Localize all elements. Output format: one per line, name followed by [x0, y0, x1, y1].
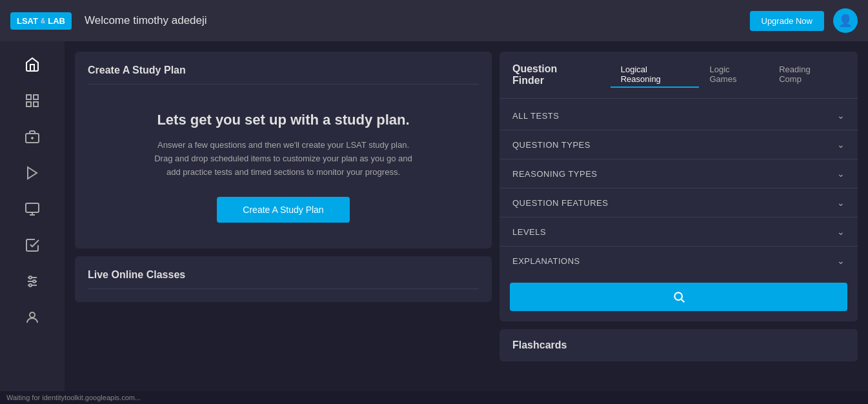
svg-rect-2 — [26, 102, 31, 106]
left-panel: Create A Study Plan Lets get you set up … — [75, 52, 492, 381]
flashcards-title: Flashcards — [512, 339, 845, 351]
svg-point-18 — [674, 292, 682, 300]
filter-levels[interactable]: LEVELS ⌄ — [500, 217, 858, 247]
filter-explanations-label: EXPLANATIONS — [512, 256, 580, 266]
tab-logic-games[interactable]: Logic Games — [699, 62, 769, 88]
logo-separator: & — [41, 17, 45, 25]
filter-explanations[interactable]: EXPLANATIONS ⌄ — [500, 247, 858, 275]
chevron-down-icon: ⌄ — [837, 168, 845, 179]
logo-lab: LAB — [48, 16, 65, 26]
svg-point-17 — [30, 312, 35, 318]
logo-lsat: LSAT — [17, 16, 38, 26]
sidebar-item-checklist[interactable] — [13, 228, 52, 262]
filter-question-types[interactable]: QUESTION TYPES ⌄ — [500, 130, 858, 159]
study-plan-title: Create A Study Plan — [88, 65, 479, 85]
status-bar: Waiting for identitytoolkit.googleapis.c… — [0, 391, 868, 404]
question-finder-filters: ALL TESTS ⌄ QUESTION TYPES ⌄ REASONING T… — [500, 99, 858, 278]
filter-reasoning-types[interactable]: REASONING TYPES ⌄ — [500, 159, 858, 188]
question-finder-card: Question Finder Logical Reasoning Logic … — [500, 52, 858, 321]
chevron-down-icon: ⌄ — [837, 256, 845, 266]
tab-logical-reasoning[interactable]: Logical Reasoning — [611, 62, 700, 88]
filter-question-types-label: QUESTION TYPES — [512, 140, 590, 150]
question-finder-header: Question Finder Logical Reasoning Logic … — [500, 52, 858, 99]
filter-question-features-label: QUESTION FEATURES — [512, 198, 608, 208]
sidebar-item-home[interactable] — [13, 48, 52, 81]
svg-rect-1 — [34, 95, 38, 99]
svg-point-15 — [33, 280, 35, 283]
svg-point-14 — [29, 276, 32, 279]
logo[interactable]: LSAT & LAB — [10, 12, 72, 30]
study-plan-card: Create A Study Plan Lets get you set up … — [75, 52, 492, 248]
svg-marker-7 — [28, 167, 37, 179]
live-classes-title: Live Online Classes — [88, 269, 479, 289]
study-plan-headline: Lets get you set up with a study plan. — [157, 112, 409, 128]
filter-all-tests-label: ALL TESTS — [512, 111, 559, 121]
flashcards-card: Flashcards — [500, 329, 858, 361]
question-finder-title: Question Finder — [512, 63, 591, 86]
main-layout: Create A Study Plan Lets get you set up … — [0, 41, 868, 391]
svg-rect-3 — [34, 102, 38, 106]
filter-reasoning-types-label: REASONING TYPES — [512, 169, 598, 179]
study-plan-body: Lets get you set up with a study plan. A… — [88, 92, 479, 236]
sidebar-item-tests[interactable] — [13, 84, 52, 117]
search-button[interactable] — [510, 283, 847, 311]
header: LSAT & LAB Welcome timothy adedeji Upgra… — [0, 0, 868, 41]
create-study-plan-button[interactable]: Create A Study Plan — [217, 197, 349, 223]
study-plan-description: Answer a few questions and then we'll cr… — [148, 139, 419, 179]
filter-levels-label: LEVELS — [512, 227, 546, 237]
sidebar-item-settings[interactable] — [13, 265, 52, 298]
sidebar-item-monitor[interactable] — [13, 192, 52, 226]
chevron-down-icon: ⌄ — [837, 227, 845, 237]
filter-question-features[interactable]: QUESTION FEATURES ⌄ — [500, 188, 858, 217]
chevron-down-icon: ⌄ — [837, 110, 845, 121]
sidebar-item-play[interactable] — [13, 156, 52, 190]
svg-line-19 — [681, 299, 684, 303]
chevron-down-icon: ⌄ — [837, 139, 845, 150]
svg-point-16 — [29, 284, 32, 287]
live-classes-card: Live Online Classes — [75, 256, 492, 302]
sidebar-item-profile[interactable] — [13, 301, 52, 334]
upgrade-now-button[interactable]: Upgrade Now — [750, 11, 825, 31]
tab-reading-comp[interactable]: Reading Comp — [769, 62, 845, 88]
status-text: Waiting for identitytoolkit.googleapis.c… — [6, 394, 141, 401]
filter-all-tests[interactable]: ALL TESTS ⌄ — [500, 101, 858, 130]
content-area: Create A Study Plan Lets get you set up … — [65, 41, 868, 391]
search-icon — [672, 290, 685, 303]
header-welcome-text: Welcome timothy adedeji — [85, 14, 750, 27]
chevron-down-icon: ⌄ — [837, 197, 845, 208]
avatar[interactable]: 👤 — [833, 8, 858, 33]
sidebar — [0, 41, 65, 391]
sidebar-item-users[interactable] — [13, 120, 52, 154]
svg-rect-8 — [26, 203, 39, 212]
question-finder-tabs: Logical Reasoning Logic Games Reading Co… — [611, 62, 845, 88]
right-panel: Question Finder Logical Reasoning Logic … — [500, 52, 858, 381]
svg-rect-0 — [26, 95, 31, 99]
